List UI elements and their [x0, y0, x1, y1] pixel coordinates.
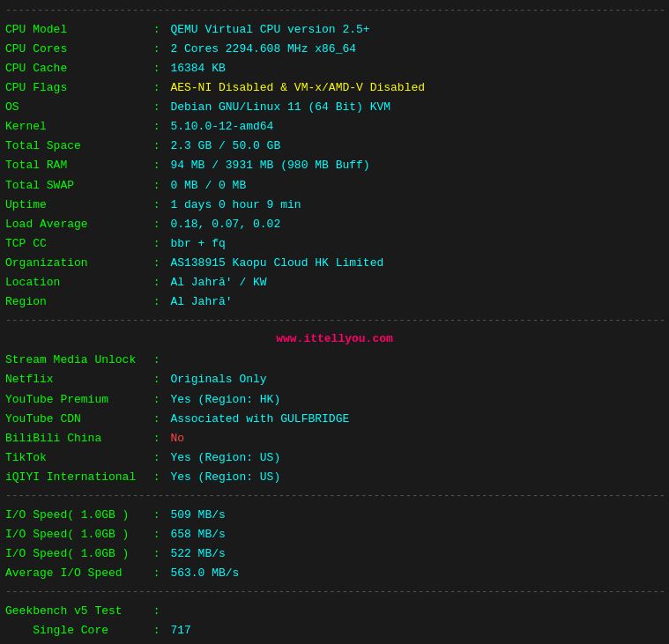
row-label: Load Average	[5, 215, 146, 234]
info-row: Total SWAP : 0 MB / 0 MB	[5, 176, 664, 196]
row-value: QEMU Virtual CPU version 2.5+	[170, 20, 369, 40]
row-label: Stream Media Unlock	[5, 351, 146, 370]
info-row: CPU Cores : 2 Cores 2294.608 MHz x86_64	[5, 40, 664, 59]
row-value: 1400	[170, 640, 197, 644]
row-value: 717	[170, 621, 190, 640]
info-row: YouTube Premium : Yes (Region: HK)	[5, 390, 664, 410]
row-label: Total Space	[5, 137, 146, 156]
row-colon: :	[146, 234, 167, 254]
row-colon: :	[146, 410, 167, 429]
row-label: iQIYI International	[5, 468, 146, 487]
info-row: Uptime : 1 days 0 hour 9 min	[5, 196, 664, 215]
watermark: www.ittellyou.com	[5, 329, 664, 349]
row-colon: :	[146, 176, 167, 196]
row-value: 563.0 MB/s	[170, 564, 239, 583]
row-label: CPU Model	[5, 20, 146, 40]
row-label: BiliBili China	[5, 429, 146, 448]
row-label: Region	[5, 292, 146, 312]
row-value: AES-NI Disabled & VM-x/AMD-V Disabled	[170, 78, 425, 98]
row-colon: :	[146, 448, 167, 468]
geekbench-section: Geekbench v5 Test : Single Core : 717 Mu…	[5, 600, 664, 644]
row-value: 522 MB/s	[170, 544, 225, 564]
info-row: Kernel : 5.10.0-12-amd64	[5, 117, 664, 137]
row-label: Single Core	[5, 621, 146, 640]
row-label: Geekbench v5 Test	[5, 602, 146, 621]
info-row: Single Core : 717	[5, 621, 664, 640]
row-colon: :	[146, 640, 167, 644]
row-colon: :	[146, 390, 167, 410]
row-colon: :	[146, 59, 167, 78]
info-row: CPU Cache : 16384 KB	[5, 59, 664, 78]
info-row: Total RAM : 94 MB / 3931 MB (980 MB Buff…	[5, 156, 664, 175]
row-value: 2.3 GB / 50.0 GB	[170, 137, 280, 156]
info-row: YouTube CDN : Associated with GULFBRIDGE	[5, 410, 664, 429]
row-colon: :	[146, 429, 167, 448]
info-row: Stream Media Unlock :	[5, 351, 664, 370]
row-value: 94 MB / 3931 MB (980 MB Buff)	[170, 156, 369, 175]
row-value: 0 MB / 0 MB	[170, 176, 246, 196]
info-row: Multi Core : 1400	[5, 640, 664, 644]
info-row: iQIYI International : Yes (Region: US)	[5, 468, 664, 487]
row-value: Yes (Region: US)	[170, 468, 280, 487]
row-label: Location	[5, 273, 146, 292]
row-label: CPU Flags	[5, 78, 146, 98]
row-value: 5.10.0-12-amd64	[170, 117, 273, 137]
row-value: bbr + fq	[170, 234, 225, 254]
info-row: Total Space : 2.3 GB / 50.0 GB	[5, 137, 664, 156]
info-row: I/O Speed( 1.0GB ) : 658 MB/s	[5, 525, 664, 544]
row-colon: :	[146, 196, 167, 215]
row-value: 0.18, 0.07, 0.02	[170, 215, 280, 234]
row-colon: :	[146, 351, 167, 370]
row-colon: :	[146, 98, 167, 117]
row-value: Al Jahrā' / KW	[170, 273, 266, 292]
row-label: I/O Speed( 1.0GB )	[5, 544, 146, 564]
row-label: Netflix	[5, 370, 146, 389]
row-colon: :	[146, 254, 167, 273]
row-value: Debian GNU/Linux 11 (64 Bit) KVM	[170, 98, 390, 117]
row-label: Uptime	[5, 196, 146, 215]
row-value: AS138915 Kaopu Cloud HK Limited	[170, 254, 383, 273]
row-colon: :	[146, 78, 167, 98]
top-divider: ----------------------------------------…	[5, 4, 664, 19]
row-label: OS	[5, 98, 146, 117]
terminal-output: ----------------------------------------…	[5, 4, 664, 644]
row-label: Total RAM	[5, 156, 146, 175]
row-colon: :	[146, 40, 167, 59]
media-section: Stream Media Unlock : Netflix : Original…	[5, 349, 664, 489]
row-value: 2 Cores 2294.608 MHz x86_64	[170, 40, 356, 59]
row-label: TikTok	[5, 448, 146, 468]
divider-3: ----------------------------------------…	[5, 585, 664, 600]
row-value: 509 MB/s	[170, 506, 225, 525]
io-section: I/O Speed( 1.0GB ) : 509 MB/sI/O Speed( …	[5, 504, 664, 585]
info-row: CPU Model : QEMU Virtual CPU version 2.5…	[5, 20, 664, 40]
row-label: YouTube CDN	[5, 410, 146, 429]
row-label: CPU Cache	[5, 59, 146, 78]
row-colon: :	[146, 564, 167, 583]
info-row: Load Average : 0.18, 0.07, 0.02	[5, 215, 664, 234]
row-colon: :	[146, 621, 167, 640]
row-value: No	[170, 429, 184, 448]
row-label: Kernel	[5, 117, 146, 137]
info-row: OS : Debian GNU/Linux 11 (64 Bit) KVM	[5, 98, 664, 117]
row-value: Originals Only	[170, 370, 266, 389]
row-colon: :	[146, 602, 167, 621]
row-colon: :	[146, 137, 167, 156]
divider-1: ----------------------------------------…	[5, 314, 664, 329]
row-value: Al Jahrā'	[170, 292, 232, 312]
row-value: 1 days 0 hour 9 min	[170, 196, 301, 215]
row-label: I/O Speed( 1.0GB )	[5, 506, 146, 525]
row-colon: :	[146, 525, 167, 544]
info-row: TikTok : Yes (Region: US)	[5, 448, 664, 468]
row-colon: :	[146, 370, 167, 389]
row-label: Average I/O Speed	[5, 564, 146, 583]
row-label: Total SWAP	[5, 176, 146, 196]
info-row: CPU Flags : AES-NI Disabled & VM-x/AMD-V…	[5, 78, 664, 98]
row-label: CPU Cores	[5, 40, 146, 59]
row-colon: :	[146, 544, 167, 564]
row-value: 658 MB/s	[170, 525, 225, 544]
info-row: BiliBili China : No	[5, 429, 664, 448]
info-row: Geekbench v5 Test :	[5, 602, 664, 621]
row-label: Organization	[5, 254, 146, 273]
row-label: I/O Speed( 1.0GB )	[5, 525, 146, 544]
row-label: TCP CC	[5, 234, 146, 254]
